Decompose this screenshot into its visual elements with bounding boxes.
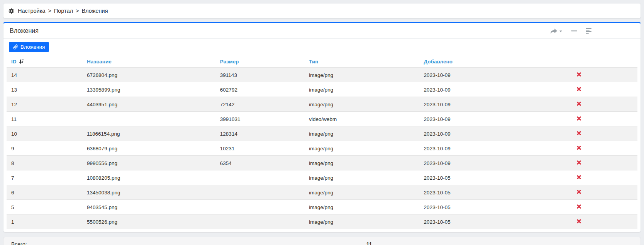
attachments-button[interactable]: Вложения [9,42,49,52]
table-row: 8 9990556.png 6354 image/png 2023-10-09 [7,156,637,170]
cell-name: 13450038.png [82,185,215,200]
cell-name: 5500526.png [82,214,215,229]
column-header-actions [520,56,637,68]
cell-type: image/png [304,97,419,112]
cell-type: image/png [304,82,419,97]
cell-actions [520,200,637,214]
totals-label: Всего: [11,241,27,245]
cell-actions [520,68,637,82]
column-header-size-label: Размер [220,59,239,65]
cell-name: 13395899.png [82,82,215,97]
delete-button[interactable] [576,86,582,92]
cell-name: 4403951.png [82,97,215,112]
breadcrumb-separator: > [76,8,79,14]
breadcrumb-item-portal[interactable]: Портал [54,8,73,14]
column-header-name[interactable]: Название [82,56,215,68]
cell-type: image/png [304,126,419,141]
x-icon [576,130,582,136]
list-button[interactable] [586,28,592,34]
delete-button[interactable] [576,101,582,107]
cell-actions [520,185,637,200]
table-row: 5 9403545.png image/png 2023-10-05 [7,200,637,214]
cell-size [215,214,304,229]
table-row: 9 6368079.png 10231 image/png 2023-10-09 [7,141,637,156]
x-icon [576,145,582,151]
cell-added: 2023-10-05 [419,200,520,214]
cell-type: image/png [304,214,419,229]
cell-name: 10808205.png [82,170,215,185]
column-header-size[interactable]: Размер [215,56,304,68]
cell-actions [520,112,637,126]
share-menu-button[interactable] [550,28,563,34]
cell-added: 2023-10-09 [419,68,520,82]
cell-name [82,112,215,126]
table-row: 14 6726804.png 391143 image/png 2023-10-… [7,68,637,82]
delete-button[interactable] [576,218,582,224]
column-header-added[interactable]: Добавлено [419,56,520,68]
x-icon [576,101,582,107]
delete-button[interactable] [576,71,582,77]
cell-type: video/webm [304,112,419,126]
table-row: 7 10808205.png image/png 2023-10-05 [7,170,637,185]
cell-actions [520,141,637,156]
cell-size [215,185,304,200]
column-header-added-label: Добавлено [424,59,452,65]
caret-down-icon [559,29,563,33]
cell-size: 391143 [215,68,304,82]
panel-tools [550,28,634,34]
minus-icon [571,30,577,32]
column-header-name-label: Название [87,59,112,65]
cell-name: 9403545.png [82,200,215,214]
delete-button[interactable] [576,204,582,209]
delete-button[interactable] [576,160,582,165]
table-row: 1 5500526.png image/png 2023-10-05 [7,214,637,229]
panel-body: Вложения ID [3,39,641,232]
table-row: 10 11866154.png 128314 image/png 2023-10… [7,126,637,141]
x-icon [576,189,582,195]
x-icon [576,204,582,209]
cell-size: 3991031 [215,112,304,126]
breadcrumb-item-attachments[interactable]: Вложения [82,8,108,14]
breadcrumb-items: Настройка > Портал > Вложения [18,8,108,14]
cell-type: image/png [304,68,419,82]
cell-type: image/png [304,156,419,170]
table-row: 13 13395899.png 602792 image/png 2023-10… [7,82,637,97]
gear-icon [8,8,14,14]
cell-id: 7 [7,170,82,185]
cell-type: image/png [304,185,419,200]
cell-name: 6726804.png [82,68,215,82]
delete-button[interactable] [576,116,582,121]
breadcrumb-item-settings[interactable]: Настройка [18,8,45,14]
table-row: 12 4403951.png 72142 image/png 2023-10-0… [7,97,637,112]
cell-added: 2023-10-09 [419,97,520,112]
cell-id: 14 [7,68,82,82]
cell-id: 6 [7,185,82,200]
cell-id: 12 [7,97,82,112]
cell-added: 2023-10-09 [419,141,520,156]
collapse-button[interactable] [571,30,577,32]
cell-actions [520,214,637,229]
delete-button[interactable] [576,145,582,151]
x-icon [576,116,582,121]
attachments-table-body: 14 6726804.png 391143 image/png 2023-10-… [7,68,637,229]
share-icon [550,28,558,34]
cell-id: 10 [7,126,82,141]
totals-bar: Всего: 11 [3,237,641,245]
x-icon [576,86,582,92]
cell-added: 2023-10-09 [419,156,520,170]
delete-button[interactable] [576,174,582,180]
cell-type: image/png [304,170,419,185]
column-header-id-label: ID [11,59,17,65]
cell-actions [520,126,637,141]
cell-id: 1 [7,214,82,229]
cell-name: 11866154.png [82,126,215,141]
column-header-type[interactable]: Тип [304,56,419,68]
x-icon [576,218,582,224]
cell-actions [520,170,637,185]
delete-button[interactable] [576,130,582,136]
sort-amount-desc-icon [19,59,24,64]
delete-button[interactable] [576,189,582,195]
cell-id: 8 [7,156,82,170]
column-header-id[interactable]: ID [7,56,82,68]
cell-added: 2023-10-09 [419,112,520,126]
